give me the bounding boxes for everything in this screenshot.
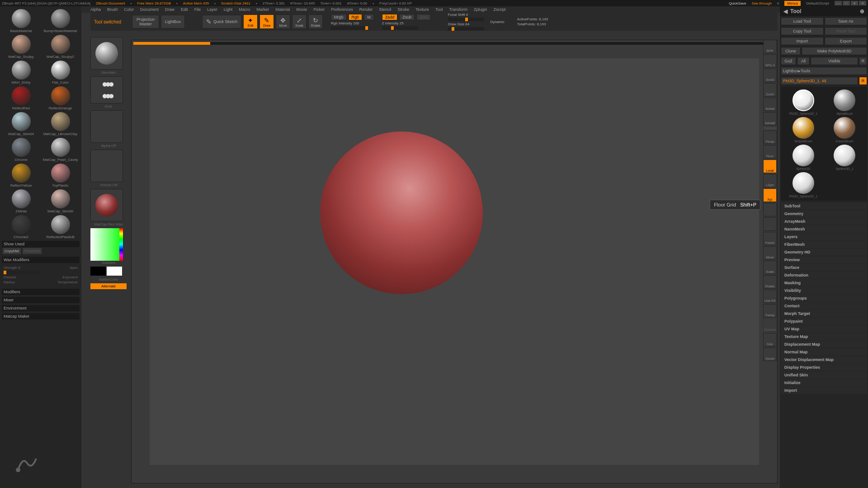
section-visibility[interactable]: Visibility — [781, 287, 867, 294]
material-zmetal[interactable]: ZMetal — [2, 188, 40, 213]
nav-local[interactable]: Local — [763, 160, 777, 173]
projection-master-button[interactable]: Projection Master — [132, 15, 159, 28]
nav-persp[interactable]: Persp — [763, 131, 777, 144]
section-contact[interactable]: Contact — [781, 302, 867, 310]
draw-button[interactable]: ✎Draw — [259, 14, 274, 29]
wax-modifiers-header[interactable]: Wax Modifiers — [2, 257, 80, 263]
switch-color-button[interactable]: SwitchColor — [90, 277, 127, 282]
section-polypaint[interactable]: Polypaint — [781, 318, 867, 325]
copy-tool-button[interactable]: Copy Tool — [781, 27, 824, 35]
zcut-button[interactable]: Zcut — [416, 14, 431, 20]
section-layers[interactable]: Layers — [781, 233, 867, 240]
section-display-properties[interactable]: Display Properties — [781, 364, 867, 371]
lightbox-button[interactable]: LightBox — [161, 15, 185, 28]
hide-icon[interactable]: ▾ — [851, 1, 858, 5]
nav-rotate[interactable]: Rotate — [763, 275, 777, 289]
rotate-button[interactable]: ↻Rotate — [308, 14, 323, 29]
environment-section[interactable]: Environment — [2, 305, 80, 311]
section-vector-displacement-map[interactable]: Vector Displacement Map — [781, 356, 867, 363]
menu-file[interactable]: File — [194, 7, 201, 12]
material-chrome2[interactable]: Chrome2 — [2, 214, 40, 239]
tool-thumb-pm3d_sphere3d_1[interactable]: PM3D_Sphere3D_1 — [783, 172, 823, 198]
menu-tool[interactable]: Tool — [435, 7, 443, 12]
material-mah_shiny[interactable]: MAH_Shiny — [2, 60, 40, 84]
material-toyplastic[interactable]: ToyPlastic — [41, 163, 80, 188]
menu-zscript[interactable]: Zscript — [494, 7, 506, 12]
move-button[interactable]: ✥Move — [276, 14, 290, 29]
minimize-icon[interactable]: — — [835, 1, 842, 5]
dynamic-label[interactable]: Dynamic — [491, 20, 505, 24]
fresnel-slider[interactable]: Fresnel — [4, 275, 16, 279]
menu-document[interactable]: Document — [140, 7, 159, 12]
goz-all-button[interactable]: All — [797, 57, 810, 65]
quick-sketch-button[interactable]: ✎Quick Sketch — [202, 15, 241, 28]
mixer-section[interactable]: Mixer — [2, 297, 80, 303]
section-normal-map[interactable]: Normal Map — [781, 348, 867, 356]
nav-bpr[interactable]: BPR — [763, 40, 777, 53]
material-matcap_lbrownclay[interactable]: MatCap_LBrownClay — [41, 111, 80, 136]
nav-move[interactable]: Move — [763, 246, 777, 260]
color-picker[interactable] — [90, 228, 123, 261]
tool-thumb-alphabrush[interactable]: AlphaBrush — [825, 89, 865, 115]
close-icon[interactable]: ✕ — [859, 1, 866, 5]
material-bumpviewermaterial[interactable]: BumpViewerMaterial — [41, 8, 80, 33]
lightbox-tools-button[interactable]: Lightbox▸Tools — [781, 67, 867, 75]
draw-size-label[interactable]: Draw Size 64 — [448, 22, 489, 26]
section-uv-map[interactable]: UV Map — [781, 325, 867, 333]
material-reflectedplasticb[interactable]: ReflectedPlasticB — [41, 214, 80, 239]
menu-texture[interactable]: Texture — [415, 7, 429, 12]
section-fibermesh[interactable]: FiberMesh — [781, 241, 867, 248]
material-matcap_sculpy[interactable]: MatCap_Sculpy — [2, 34, 40, 59]
tool-thumb-sphere3d_1[interactable]: Sphere3D_1 — [825, 145, 865, 170]
default-zscript[interactable]: DefaultZScript — [806, 1, 829, 5]
section-displacement-map[interactable]: Displacement Map — [781, 341, 867, 348]
nav-scale[interactable]: Scale — [763, 261, 777, 274]
menu-color[interactable]: Color — [124, 7, 134, 12]
menu-zplugin[interactable]: Zplugin — [474, 7, 487, 12]
rgb-intensity-label[interactable]: Rgb Intensity 100 — [331, 21, 372, 25]
nav-solo[interactable]: Solo — [763, 333, 777, 347]
tool-thumb-sphere3d[interactable]: Sphere3D — [783, 145, 823, 170]
quicksave-button[interactable]: QuickSave — [729, 1, 746, 5]
tool-thumb-pm3d_sphere3d_1[interactable]: PM3D_Sphere3D_1 — [783, 89, 823, 115]
mrgb-button[interactable]: Mrgb — [331, 14, 347, 20]
nav-zoom[interactable]: Zoom — [763, 83, 777, 97]
exponent-slider[interactable]: Exponent — [62, 275, 78, 279]
section-preview[interactable]: Preview — [781, 256, 867, 263]
tool-thumb-simplebrush[interactable]: SimpleBrush — [783, 117, 823, 143]
alternate-button[interactable]: Alternate — [90, 283, 127, 289]
nav-xyz[interactable]: Xyz — [763, 188, 777, 202]
collapse-icon[interactable]: ◀ — [783, 8, 788, 14]
focal-shift-slider[interactable] — [448, 18, 484, 21]
color-swatch-secondary[interactable] — [107, 267, 122, 276]
maximize-icon[interactable]: □ — [843, 1, 850, 5]
menu-edit[interactable]: Edit — [181, 7, 188, 12]
material-selector[interactable] — [90, 189, 123, 221]
temperature-slider[interactable]: Temperature — [57, 280, 78, 284]
nav-actual[interactable]: Actual — [763, 98, 777, 111]
zsub-button[interactable]: Zsub — [399, 14, 415, 20]
section-arraymesh[interactable]: ArrayMesh — [781, 218, 867, 225]
nav-·[interactable]: · — [763, 203, 777, 216]
section-initialize[interactable]: Initialize — [781, 379, 867, 386]
material-flat_color[interactable]: Flat_Color — [41, 60, 80, 84]
section-morph-target[interactable]: Morph Target — [781, 310, 867, 317]
nav-dynamic[interactable]: Dynamic — [763, 319, 777, 332]
focal-shift-label[interactable]: Focal Shift 0 — [448, 13, 489, 17]
section-geometry[interactable]: Geometry — [781, 210, 867, 217]
material-matcap_skin06[interactable]: MatCap_Skin06 — [41, 188, 80, 213]
menu-alpha[interactable]: Alpha — [90, 7, 101, 12]
menu-render[interactable]: Render — [359, 7, 373, 12]
menu-draw[interactable]: Draw — [165, 7, 175, 12]
menu-picker[interactable]: Picker — [313, 7, 325, 12]
color-swatch-main[interactable] — [90, 267, 106, 276]
show-used-button[interactable]: Show Used — [2, 241, 80, 247]
pastemat-button[interactable]: PasteMat — [23, 248, 42, 254]
z-intensity-label[interactable]: Z Intensity 25 — [382, 21, 423, 25]
nav-xpose[interactable]: Xpose — [763, 347, 777, 361]
goz-visible-button[interactable]: Visible — [811, 57, 858, 65]
section-masking[interactable]: Masking — [781, 279, 867, 286]
material-basicmaterial[interactable]: BasicMaterial — [2, 8, 40, 33]
section-subtool[interactable]: SubTool — [781, 202, 867, 210]
zadd-button[interactable]: Zadd — [382, 14, 398, 20]
